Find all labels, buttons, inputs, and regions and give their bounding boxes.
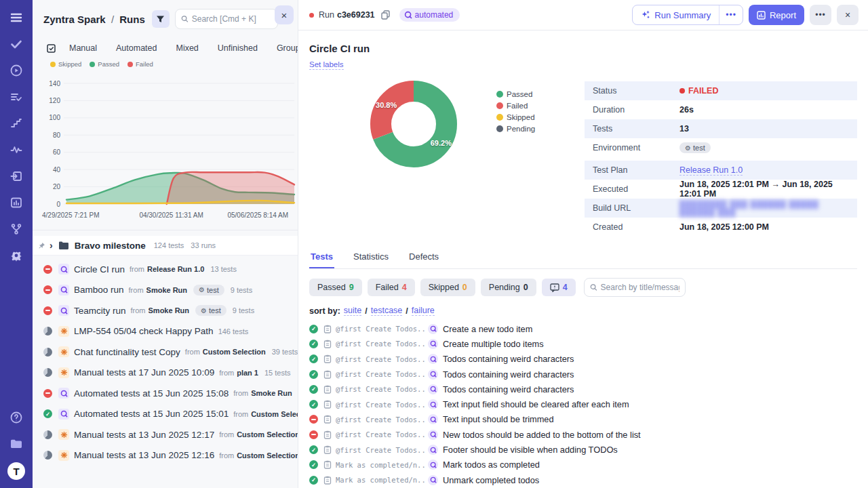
run-row[interactable]: Automated tests at 15 Jun 2025 15:01 fro… [43, 404, 298, 425]
filter-chip[interactable]: Passed 9 [309, 279, 362, 296]
test-row[interactable]: Mark as completed/n... Mark todos as com… [309, 458, 857, 472]
tab-statistics[interactable]: Statistics [352, 247, 390, 268]
comments-filter-chip[interactable]: 4 [542, 279, 576, 296]
run-row[interactable]: Manual tests at 13 Jun 2025 12:16 from C… [43, 445, 298, 466]
chevron-right-icon[interactable]: › [50, 240, 53, 251]
copy-run-id-button[interactable] [380, 9, 391, 21]
passed-legend-dot [90, 62, 95, 67]
test-row[interactable]: @first Create Todos... Footer should be … [309, 442, 857, 457]
tab-tests[interactable]: Tests [309, 247, 334, 268]
run-row[interactable]: Circle CI run from Release Run 1.0 13 te… [43, 259, 298, 280]
more-actions-button[interactable]: ••• [810, 5, 831, 25]
run-tests-count: 9 tests [233, 306, 254, 314]
gear-icon[interactable] [8, 247, 24, 264]
runs-filter-tab[interactable]: Groups [267, 41, 298, 56]
sort-by-suite-link[interactable]: suite [344, 306, 361, 316]
branch-icon[interactable] [8, 221, 24, 237]
test-row[interactable]: @first Create Todos... Todos containing … [309, 352, 857, 367]
projects-folder-icon[interactable] [8, 436, 24, 452]
run-id: c3e69231 [337, 10, 375, 20]
group-row-bravo-milestone[interactable]: › Bravo milestone 124 tests 33 runs [33, 236, 298, 255]
clipboard-icon [323, 385, 332, 394]
runs-search-input[interactable] [192, 14, 272, 24]
runs-panel: Zyntra Spark / Runs × ManualAutomatedMix… [33, 0, 298, 488]
app-logo[interactable]: T [7, 462, 25, 480]
test-row[interactable]: @first Create Todos... Text input should… [309, 412, 857, 427]
group-runs-count: 33 runs [191, 241, 216, 249]
manual-run-icon [60, 348, 68, 356]
legend-item-skipped[interactable]: Skipped [496, 113, 555, 121]
test-title: Mark todos as completed [443, 460, 540, 470]
legend-item-failed[interactable]: Failed [496, 102, 555, 110]
set-labels-link[interactable]: Set labels [309, 60, 344, 70]
import-icon[interactable] [8, 168, 24, 184]
run-row[interactable]: LMP-554 05/04 check Happy Path 146 tests [43, 321, 298, 342]
run-summary-button[interactable]: Run Summary [633, 5, 719, 24]
run-from-label: from [131, 306, 146, 314]
sort-row: sort by: suite / testcase / failure [309, 306, 857, 316]
svg-text:4/29/2025 7:21 PM: 4/29/2025 7:21 PM [42, 211, 100, 219]
runs-filter-tab[interactable]: Mixed [166, 41, 208, 56]
list-check-icon[interactable] [8, 89, 24, 105]
runs-filter-tab[interactable]: Manual [60, 41, 106, 56]
run-row[interactable]: Manual tests at 17 Jun 2025 10:09 from p… [43, 363, 298, 384]
clipboard-icon [323, 460, 332, 469]
test-row[interactable]: @first Create Todos... Todos containing … [309, 367, 857, 382]
breadcrumb-project[interactable]: Zyntra Spark [43, 14, 106, 25]
test-row[interactable]: @first Create Todos... Todos containing … [309, 382, 857, 396]
play-circle-icon[interactable] [8, 62, 24, 79]
test-row[interactable]: @first Create Todos... Create a new todo… [309, 321, 857, 336]
runs-filter-tab[interactable]: Unfinished [208, 41, 267, 56]
svg-text:140: 140 [49, 80, 60, 87]
test-row[interactable]: @first Create Todos... Text input field … [309, 396, 857, 411]
test-filter-chips: Passed 9 Failed 4 Skipped 0 [309, 278, 857, 297]
test-row[interactable]: Mark as completed/n... Unmark completed … [309, 472, 857, 487]
report-button[interactable]: Report [749, 5, 804, 25]
legend-item-passed[interactable]: Passed [496, 90, 555, 98]
svg-text:60: 60 [53, 148, 61, 156]
run-row[interactable]: Chat functinality test Copy from Custom … [43, 342, 298, 363]
check-icon[interactable] [8, 36, 24, 52]
report-box-icon[interactable] [8, 195, 24, 211]
build-url-redacted[interactable]: ████████ ███ ██████ █████ ██████ ███ [679, 200, 849, 216]
filter-chip[interactable]: Failed 4 [368, 279, 415, 296]
filter-button[interactable] [152, 10, 170, 28]
run-type-icon [58, 409, 69, 420]
run-row[interactable]: Bamboo run from Smoke Run ⚙test 9 tests [43, 280, 298, 301]
failed-legend-dot [127, 62, 133, 67]
steps-icon[interactable] [8, 115, 24, 131]
filter-chip[interactable]: Skipped 0 [420, 279, 475, 296]
run-row[interactable]: Automated tests at 15 Jun 2025 15:08 fro… [43, 383, 298, 404]
test-status-icon [309, 476, 318, 485]
sort-by-testcase-link[interactable]: testcase [371, 306, 403, 316]
breadcrumb-page: Runs [119, 14, 145, 25]
runs-filter-tab[interactable]: Automated [106, 41, 166, 56]
sort-by-failure-link[interactable]: failure [412, 306, 435, 316]
help-icon[interactable] [8, 409, 24, 426]
close-run-detail-button[interactable]: × [837, 5, 859, 25]
run-summary-more-button[interactable]: ••• [719, 5, 743, 24]
runs-list: Circle CI run from Release Run 1.0 13 te… [33, 255, 298, 466]
test-row[interactable]: @first Create Todos... Create multiple t… [309, 336, 857, 351]
activity-icon[interactable] [8, 142, 24, 158]
pin-icon[interactable] [38, 242, 45, 249]
filter-chip[interactable]: Pending 0 [481, 279, 536, 296]
detail-row-status: Status FAILED [585, 81, 857, 100]
menu-icon[interactable] [8, 9, 24, 26]
legend-skipped: Skipped [58, 61, 81, 68]
tests-search-input[interactable] [601, 283, 679, 292]
legend-item-pending[interactable]: Pending [496, 125, 555, 133]
svg-text:05/06/2025 8:14 AM: 05/06/2025 8:14 AM [227, 211, 288, 219]
runs-panel-close-button[interactable]: × [275, 5, 294, 24]
test-suite-name: @first Create Todos... [336, 355, 425, 363]
test-plan-link[interactable]: Release Run 1.0 [679, 165, 743, 176]
run-row[interactable]: Manual tests at 13 Jun 2025 12:17 from C… [43, 424, 298, 445]
run-source: from Release Run 1.0 [130, 265, 210, 273]
svg-text:30.8%: 30.8% [376, 101, 397, 109]
run-row[interactable]: Teamcity run from Smoke Run ⚙test 9 test… [43, 300, 298, 321]
test-title: Footer should be visible when adding TOD… [443, 445, 618, 455]
select-all-checkbox-icon[interactable] [46, 43, 57, 54]
search-icon [590, 283, 597, 291]
tab-defects[interactable]: Defects [408, 247, 440, 268]
test-row[interactable]: @first Create Todos... New todos should … [309, 427, 857, 442]
